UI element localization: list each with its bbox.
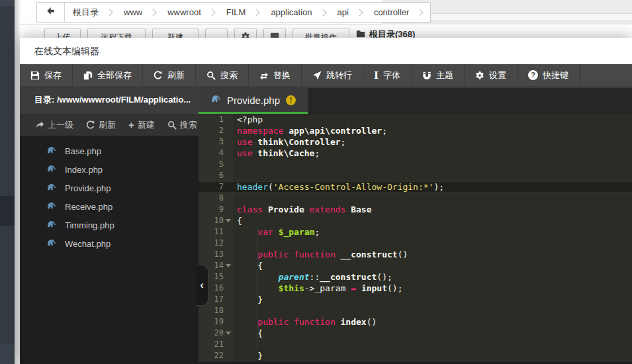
font-button[interactable]: I字体 bbox=[363, 64, 412, 86]
fold-arrow-icon[interactable] bbox=[226, 219, 231, 222]
file-toolbar-upload-button[interactable]: 上传 bbox=[44, 28, 81, 38]
line-number-gutter[interactable]: 7 bbox=[199, 181, 233, 193]
code-line[interactable]: 9class Provide extends Base bbox=[199, 204, 632, 215]
new-file-button[interactable]: +新建 bbox=[128, 119, 155, 131]
file-toolbar-terminal-button[interactable] bbox=[263, 28, 286, 38]
file-toolbar-settings-button[interactable] bbox=[234, 28, 257, 38]
line-number-gutter[interactable]: 6 bbox=[199, 170, 233, 181]
fold-arrow-icon[interactable] bbox=[226, 332, 231, 335]
line-number-gutter[interactable]: 8 bbox=[199, 193, 233, 204]
line-number-gutter[interactable]: 19 bbox=[199, 316, 233, 328]
token: () bbox=[398, 250, 408, 259]
code-line[interactable]: 10{ bbox=[199, 215, 632, 226]
file-toolbar-new-button[interactable]: 新建 bbox=[152, 28, 199, 38]
button-label: 字体 bbox=[383, 69, 400, 81]
sidebar-segment bbox=[0, 196, 15, 226]
token: think\Cache bbox=[257, 148, 314, 158]
line-number-gutter[interactable]: 3 bbox=[199, 136, 233, 148]
code-line[interactable]: 2namespace app\api\controller; bbox=[199, 125, 632, 136]
settings-button[interactable]: 设置 bbox=[465, 64, 518, 86]
button-label: 保存 bbox=[44, 69, 62, 81]
chevron-right-icon bbox=[355, 9, 363, 16]
line-number-gutter[interactable]: 20 bbox=[199, 328, 233, 339]
file-item-receive-php[interactable]: Receive.php bbox=[20, 197, 199, 216]
save-all-button[interactable]: 全部保存 bbox=[73, 64, 143, 86]
token: index bbox=[341, 317, 367, 327]
code-line[interactable]: 13 public function __construct() bbox=[199, 249, 632, 260]
theme-button[interactable]: 主题 bbox=[412, 64, 465, 86]
back-button[interactable] bbox=[37, 3, 65, 22]
button-label: 主题 bbox=[436, 69, 453, 81]
code-line[interactable]: 19 public function index() bbox=[199, 316, 632, 328]
replace-button[interactable]: 替换 bbox=[249, 64, 302, 86]
line-number: 15 bbox=[214, 271, 224, 283]
sidebar-collapse-button[interactable]: ‹ bbox=[196, 265, 208, 306]
file-item-provide-php[interactable]: Provide.php bbox=[20, 179, 199, 197]
file-item-wechat-php[interactable]: Wechat.php bbox=[20, 234, 199, 253]
code-line[interactable]: 15 parent::__construct(); bbox=[199, 271, 632, 283]
code-line[interactable]: 16 $this->_param = input(); bbox=[199, 283, 632, 294]
token: __construct bbox=[341, 250, 398, 259]
code-line[interactable]: 22 } bbox=[199, 350, 632, 361]
file-list: Base.phpIndex.phpProvide.phpReceive.phpT… bbox=[20, 136, 199, 364]
crumb-5[interactable]: api bbox=[330, 7, 351, 17]
code-line[interactable]: 8 bbox=[199, 193, 632, 204]
file-item-timming-php[interactable]: Timming.php bbox=[20, 216, 199, 234]
file-item-base-php[interactable]: Base.php bbox=[20, 142, 199, 160]
line-number-gutter[interactable]: 9 bbox=[199, 204, 233, 215]
line-number-gutter[interactable]: 11 bbox=[199, 226, 233, 238]
line-number-gutter[interactable]: 22 bbox=[199, 350, 233, 361]
file-item-index-php[interactable]: Index.php bbox=[20, 160, 199, 179]
code-line[interactable]: 20 { bbox=[199, 328, 632, 339]
hotkeys-button[interactable]: ?快捷键 bbox=[518, 64, 580, 86]
code-line[interactable]: 17 } bbox=[199, 294, 632, 305]
line-number-gutter[interactable]: 4 bbox=[199, 148, 233, 159]
code-line[interactable]: 11 var $_param; bbox=[199, 226, 632, 238]
code-line[interactable]: 18 bbox=[199, 305, 632, 316]
up-level-button[interactable]: 上一级 bbox=[36, 119, 73, 131]
line-number-gutter[interactable]: 5 bbox=[199, 159, 233, 170]
token: public function bbox=[257, 250, 340, 259]
line-number-gutter[interactable]: 21 bbox=[199, 339, 233, 350]
theme-icon bbox=[422, 71, 431, 80]
line-number-gutter[interactable]: 10 bbox=[199, 215, 233, 226]
crumb-2[interactable]: wwwroot bbox=[159, 7, 204, 17]
code-line[interactable]: 21 bbox=[199, 339, 632, 350]
code-line[interactable]: 4use think\Cache; bbox=[199, 148, 632, 159]
goto-line-button[interactable]: 跳转行 bbox=[302, 64, 363, 86]
token: ->_param bbox=[304, 283, 351, 293]
crumb-4[interactable]: application bbox=[263, 7, 314, 17]
save-button[interactable]: 保存 bbox=[20, 64, 73, 86]
button-label: 上一级 bbox=[48, 119, 73, 131]
tree-refresh-button[interactable]: 刷新 bbox=[86, 119, 116, 131]
line-number-gutter[interactable]: 18 bbox=[199, 305, 233, 316]
code-line[interactable]: 7header('Access-Control-Allow-Origin:*')… bbox=[199, 181, 632, 193]
crumb-6[interactable]: controller bbox=[366, 7, 412, 17]
code-line[interactable]: 3use think\Controller; bbox=[199, 136, 632, 148]
line-number-gutter[interactable]: 1 bbox=[199, 114, 233, 125]
code-editor[interactable]: 1<?php2namespace app\api\controller;3use… bbox=[199, 114, 632, 362]
line-number-gutter[interactable]: 13 bbox=[199, 249, 233, 260]
code-line[interactable]: 5 bbox=[199, 159, 632, 170]
crumb-1[interactable]: www bbox=[116, 7, 145, 17]
code-text: use think\Controller; bbox=[233, 136, 632, 148]
tab-provide-php[interactable]: Provide.php ! bbox=[199, 88, 308, 114]
file-toolbar-more-button[interactable] bbox=[205, 28, 228, 38]
code-line[interactable]: 6 bbox=[199, 170, 632, 181]
fold-arrow-icon[interactable] bbox=[226, 264, 231, 267]
code-line[interactable]: 12 bbox=[199, 238, 632, 249]
file-toolbar-remote-download-button[interactable]: 远程下载 bbox=[87, 28, 146, 38]
refresh-button[interactable]: 刷新 bbox=[143, 64, 196, 86]
code-text bbox=[233, 305, 632, 316]
line-number-gutter[interactable]: 2 bbox=[199, 125, 233, 136]
code-line[interactable]: 1<?php bbox=[199, 114, 632, 125]
code-line[interactable]: 14 { bbox=[199, 260, 632, 271]
tree-search-button[interactable]: 搜索 bbox=[167, 119, 197, 131]
search-button[interactable]: 搜索 bbox=[196, 64, 249, 86]
sidebar-segment bbox=[0, 344, 15, 364]
crumb-0[interactable]: 根目录 bbox=[65, 7, 101, 19]
line-number-gutter[interactable]: 12 bbox=[199, 238, 233, 249]
crumb-3[interactable]: FILM bbox=[218, 7, 249, 17]
token: public function bbox=[257, 317, 340, 327]
file-toolbar-batch-button[interactable]: 批量操作 bbox=[293, 28, 349, 38]
